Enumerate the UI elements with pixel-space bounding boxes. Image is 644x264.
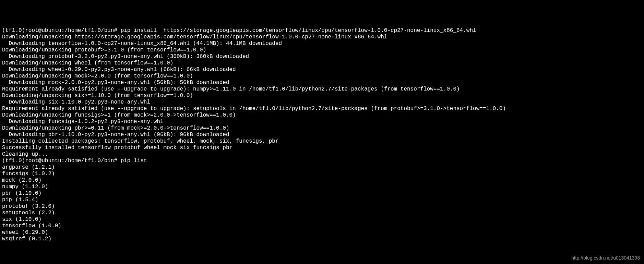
terminal-line: (tf1.0)root@ubuntu:/home/tf1.0/bin# pip … (2, 158, 642, 164)
terminal-line: pip (1.5.4) (2, 197, 642, 203)
terminal-line: funcsigs (1.0.2) (2, 171, 642, 177)
terminal-line: numpy (1.12.0) (2, 184, 642, 190)
terminal-line: Requirement already satisfied (use --upg… (2, 106, 642, 112)
terminal-line: Downloading funcsigs-1.0.2-py2.py3-none-… (2, 119, 642, 125)
terminal-line: wheel (0.29.0) (2, 229, 642, 236)
terminal-line: Downloading wheel-0.29.0-py2.py3-none-an… (2, 67, 642, 73)
terminal-line: Downloading/unpacking pbr>=0.11 (from mo… (2, 125, 642, 132)
terminal-line: Downloading six-1.10.0-py2.py3-none-any.… (2, 99, 642, 106)
terminal-line: setuptools (2.2) (2, 210, 642, 216)
terminal-line: Requirement already satisfied (use --upg… (2, 86, 642, 93)
terminal-line: Downloading tensorflow-1.0.0-cp27-none-l… (2, 40, 642, 47)
terminal-line: mock (2.0.0) (2, 177, 642, 184)
terminal-line: Installing collected packages: tensorflo… (2, 138, 642, 145)
terminal-line: Downloading/unpacking protobuf>=3.1.0 (f… (2, 47, 642, 53)
terminal-line: six (1.10.0) (2, 216, 642, 223)
terminal-line: wsgiref (0.1.2) (2, 236, 642, 242)
terminal-line: Downloading/unpacking wheel (from tensor… (2, 60, 642, 67)
terminal-line: tensorflow (1.0.0) (2, 223, 642, 229)
terminal-line: Downloading/unpacking funcsigs>=1 (from … (2, 112, 642, 119)
terminal-line: protobuf (3.2.0) (2, 203, 642, 210)
terminal-line: Downloading/unpacking https://storage.go… (2, 34, 642, 40)
terminal-line: Downloading/unpacking six>=1.10.0 (from … (2, 93, 642, 99)
terminal-line: argparse (1.2.1) (2, 164, 642, 171)
terminal-output[interactable]: (tf1.0)root@ubuntu:/home/tf1.0/bin# pip … (2, 27, 642, 242)
watermark-text: http://blog.csdn.net/u013041398 (571, 255, 640, 261)
terminal-line: pbr (1.10.0) (2, 190, 642, 197)
terminal-line: (tf1.0)root@ubuntu:/home/tf1.0/bin# pip … (2, 27, 642, 34)
terminal-line: Downloading/unpacking mock>=2.0.0 (from … (2, 73, 642, 80)
terminal-line: Successfully installed tensorflow protob… (2, 145, 642, 151)
terminal-line: Cleaning up... (2, 151, 642, 158)
terminal-line: Downloading pbr-1.10.0-py2.py3-none-any.… (2, 132, 642, 138)
terminal-line: Downloading mock-2.0.0-py2.py3-none-any.… (2, 80, 642, 86)
terminal-line: Downloading protobuf-3.2.0-py2.py3-none-… (2, 53, 642, 60)
